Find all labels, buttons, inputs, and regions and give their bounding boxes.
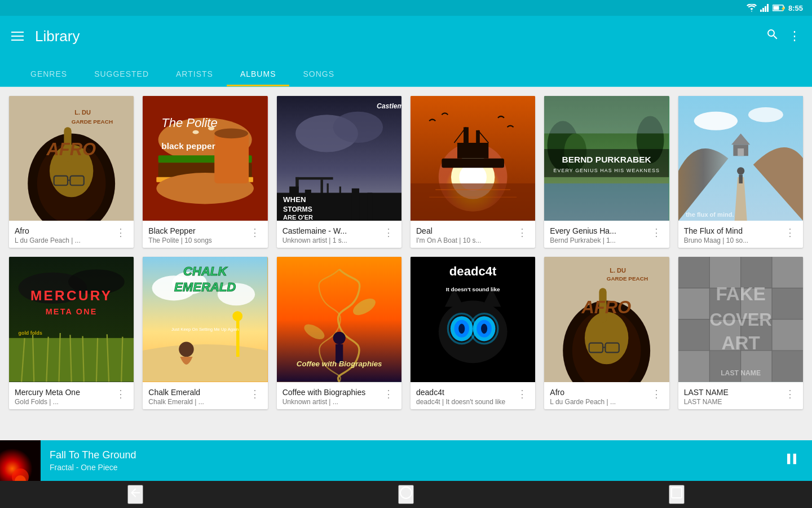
album-art-chalkemerald: CHALK EMERALD Just Keep On Setting Me Up…	[143, 257, 267, 382]
now-playing-info: Fall To The Ground Fractal - One Piece	[41, 449, 783, 472]
back-button[interactable]	[127, 485, 143, 504]
album-info-afro: Afro L du Garde Peach | ... ⋮	[9, 221, 134, 248]
album-info-fakecoverart: LAST NAME LAST NAME ⋮	[678, 382, 803, 409]
album-info-deadc4t: deadc4t deadc4t | It doesn't sound like …	[411, 382, 535, 409]
album-card-mercury[interactable]: MERCURY META ONE gold folds Mercury Meta…	[9, 257, 134, 409]
svg-rect-150	[678, 351, 709, 382]
search-button[interactable]	[766, 28, 779, 45]
album-card-coffee[interactable]: Coffee with Biographies Coffee with Biog…	[277, 257, 401, 409]
menu-button[interactable]	[11, 32, 24, 41]
now-playing-controls	[783, 450, 812, 472]
svg-text:STORMS: STORMS	[283, 205, 312, 213]
album-name: Coffee with Biographies	[283, 388, 381, 397]
svg-text:L. DU: L. DU	[610, 267, 626, 274]
tab-artists[interactable]: ARTISTS	[162, 62, 227, 86]
album-grid: L. DU GARDE PEACH AFRO Afro L du Garde P…	[9, 96, 803, 409]
album-card-deal[interactable]: Deal I'm On A Boat | 10 s... ⋮	[411, 96, 535, 248]
svg-text:LAST NAME: LAST NAME	[721, 370, 761, 378]
album-art-evergenius: BERND PURKRABEK EVERY GENIUS HAS HIS WEA…	[544, 96, 669, 221]
album-more-btn[interactable]: ⋮	[783, 226, 797, 239]
album-art-fakecoverart: FAKE COVER ART LAST NAME	[678, 257, 803, 382]
svg-rect-1	[762, 8, 764, 12]
status-time: 8:55	[788, 4, 803, 12]
now-playing-title: Fall To The Ground	[50, 449, 774, 461]
album-more-btn[interactable]: ⋮	[515, 388, 529, 400]
album-card-chalkemerald[interactable]: CHALK EMERALD Just Keep On Setting Me Up…	[143, 257, 267, 409]
search-icon	[766, 28, 779, 41]
svg-text:GARDE PEACH: GARDE PEACH	[72, 119, 113, 125]
album-more-btn[interactable]: ⋮	[515, 226, 529, 239]
svg-point-74	[737, 167, 744, 174]
tab-bar: GENRES SUGGESTED ARTISTS ALBUMS SONGS	[0, 56, 812, 87]
svg-rect-153	[772, 351, 803, 382]
svg-rect-56	[476, 130, 480, 146]
svg-point-21	[193, 130, 199, 134]
album-info-evergenius: Every Genius Ha... Bernd Purkrabek | 1..…	[544, 221, 669, 248]
status-icons: ⚡ 8:55	[747, 4, 803, 12]
album-info-deal: Deal I'm On A Boat | 10 s... ⋮	[411, 221, 535, 248]
content-area: L. DU GARDE PEACH AFRO Afro L du Garde P…	[0, 87, 812, 457]
recent-button[interactable]	[669, 485, 685, 504]
album-art-afro: L. DU GARDE PEACH AFRO	[9, 96, 134, 221]
album-info-blackpepper: Black Pepper The Polite | 10 songs ⋮	[143, 221, 267, 248]
tab-songs[interactable]: SONGS	[289, 62, 348, 86]
svg-text:It doesn't sound like: It doesn't sound like	[446, 286, 500, 292]
app-title: Library	[35, 28, 754, 45]
album-more-btn[interactable]: ⋮	[113, 226, 128, 239]
album-more-btn[interactable]: ⋮	[649, 388, 664, 400]
svg-point-72	[694, 112, 737, 130]
album-card-evergenius[interactable]: BERND PURKRABEK EVERY GENIUS HAS HIS WEA…	[544, 96, 669, 248]
svg-rect-36	[295, 177, 333, 179]
svg-rect-145	[772, 288, 803, 319]
album-card-fluxmind[interactable]: the flux of mind. The Flux of Mind Bruno…	[678, 96, 803, 248]
album-sub: Bernd Purkrabek | 1...	[550, 237, 648, 244]
svg-rect-78	[738, 148, 744, 156]
album-card-fakecoverart[interactable]: FAKE COVER ART LAST NAME LAST NAME LAST …	[678, 257, 803, 409]
album-name: deadc4t	[416, 388, 515, 397]
album-name: Deal	[416, 226, 515, 235]
album-art-fluxmind: the flux of mind.	[678, 96, 803, 221]
signal-icon	[760, 4, 769, 12]
now-playing-bar[interactable]: Fall To The Ground Fractal - One Piece	[0, 440, 812, 481]
svg-rect-146	[678, 319, 709, 351]
svg-rect-101	[236, 319, 240, 357]
svg-text:gold folds: gold folds	[19, 331, 42, 336]
album-name: Afro	[550, 388, 648, 397]
svg-point-29	[215, 129, 249, 139]
svg-text:the flux of mind.: the flux of mind.	[686, 211, 734, 218]
tab-suggested[interactable]: SUGGESTED	[81, 62, 162, 86]
album-more-btn[interactable]: ⋮	[649, 226, 664, 239]
album-more-btn[interactable]: ⋮	[113, 388, 128, 400]
home-button[interactable]	[398, 485, 414, 504]
album-sub: Unknown artist | 1 s...	[283, 237, 381, 244]
album-sub: Gold Folds | ...	[15, 398, 113, 406]
album-card-afro[interactable]: L. DU GARDE PEACH AFRO Afro L du Garde P…	[9, 96, 134, 248]
tab-genres[interactable]: GENRES	[17, 62, 81, 86]
svg-text:GARDE PEACH: GARDE PEACH	[607, 275, 648, 282]
album-more-btn[interactable]: ⋮	[381, 388, 396, 400]
album-sub: Chalk Emerald | ...	[148, 398, 247, 406]
album-more-btn[interactable]: ⋮	[381, 226, 396, 239]
svg-text:BERND PURKRABEK: BERND PURKRABEK	[562, 155, 652, 164]
svg-point-73	[748, 107, 783, 122]
album-art-afro2: L. DU GARDE PEACH AFRO	[544, 257, 669, 382]
svg-rect-28	[215, 133, 249, 183]
svg-text:Coffee with Biographies: Coffee with Biographies	[297, 360, 382, 368]
app-bar: Library ⋮	[0, 16, 812, 56]
album-card-castlemaine[interactable]: Castlemaine WHEN STORMS ARE O'ER Castlem…	[277, 96, 401, 248]
pause-button[interactable]	[783, 450, 801, 472]
album-card-blackpepper[interactable]: The Polite black pepper Black Pepper The…	[143, 96, 267, 248]
album-sub: Bruno Maag | 10 so...	[684, 237, 783, 244]
svg-point-121	[481, 324, 487, 334]
more-button[interactable]: ⋮	[788, 29, 801, 43]
album-card-afro2[interactable]: L. DU GARDE PEACH AFRO Afro L du Garde P…	[544, 257, 669, 409]
svg-rect-59	[411, 183, 535, 221]
svg-point-129	[585, 312, 628, 365]
album-info-mercury: Mercury Meta One Gold Folds | ... ⋮	[9, 382, 134, 409]
svg-rect-54	[457, 143, 488, 159]
tab-albums[interactable]: ALBUMS	[227, 62, 290, 86]
album-more-btn[interactable]: ⋮	[248, 226, 262, 239]
album-more-btn[interactable]: ⋮	[783, 388, 797, 400]
album-more-btn[interactable]: ⋮	[248, 388, 262, 400]
album-card-deadc4t[interactable]: deadc4t It doesn't sound like deadc4t de…	[411, 257, 535, 409]
